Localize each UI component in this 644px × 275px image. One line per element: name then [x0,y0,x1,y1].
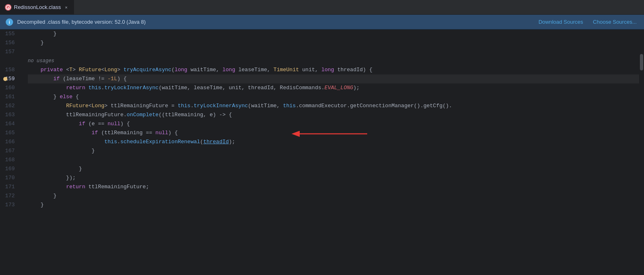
line-169: 169 [0,165,18,174]
tab-file-icon: J [5,4,11,11]
line-164: 164 [0,119,18,128]
code-line-160: return this.tryLockInnerAsync(waitTime, … [28,83,639,92]
tab-redissonlock[interactable]: J RedissonLock.class × [0,0,74,14]
breakpoint-indicator [3,77,7,81]
line-173: 173 [0,201,18,210]
download-sources-btn[interactable]: Download Sources [537,18,585,26]
no-usages-label: no usages [28,56,639,65]
code-line-157 [28,47,639,56]
line-159: 159 [0,74,18,83]
line-157: 157 [0,47,18,56]
line-163: 163 [0,110,18,119]
tab-title: RedissonLock.class [14,4,61,10]
code-line-173: } [28,201,639,210]
tab-close-btn[interactable]: × [63,5,69,10]
info-actions: Download Sources Choose Sources... [537,18,638,26]
code-line-171: return ttlRemainingFuture; [28,183,639,192]
code-line-156: } [28,38,639,47]
info-icon: i [6,18,13,26]
scrollbar-thumb[interactable] [640,54,643,70]
line-156: 156 [0,38,18,47]
code-line-167: } [28,147,639,156]
code-line-155: } [28,29,639,38]
code-line-158: private <T> RFuture<Long> tryAcquireAsyn… [28,65,639,74]
scrollbar-track[interactable] [639,29,644,275]
code-line-165: if (ttlRemaining == null) { [28,128,639,138]
code-editor[interactable]: } } no usages private <T> RFuture<Long> … [25,29,639,275]
code-line-170: }); [28,174,639,183]
line-167: 167 [0,147,18,156]
line-172: 172 [0,192,18,201]
info-bar: i Decompiled .class file, bytecode versi… [0,15,644,29]
line-171: 171 [0,183,18,192]
code-line-162: RFuture<Long> ttlRemainingFuture = this.… [28,101,639,110]
editor-container: 155 156 157 158 159 160 161 162 163 164 … [0,29,644,275]
line-161: 161 [0,92,18,101]
code-line-163: ttlRemainingFuture.onComplete((ttlRemain… [28,110,639,119]
code-line-172: } [28,192,639,201]
code-line-164: if (e == null) { [28,119,639,128]
line-number-gutter: 155 156 157 158 159 160 161 162 163 164 … [0,29,25,275]
code-line-166: this.scheduleExpirationRenewal(threadId)… [28,138,639,147]
line-155: 155 [0,29,18,38]
info-message: Decompiled .class file, bytecode version… [17,19,537,25]
line-nousages [0,56,18,65]
code-line-168 [28,156,639,165]
line-166: 166 [0,138,18,147]
line-158: 158 [0,65,18,74]
code-line-169: } [28,165,639,174]
line-170: 170 [0,174,18,183]
code-line-159: if (leaseTime != -1L) { [28,74,639,83]
line-160: 160 [0,83,18,92]
svg-text:J: J [7,6,9,9]
choose-sources-btn[interactable]: Choose Sources... [591,18,638,26]
code-line-161: } else { [28,92,639,101]
line-168: 168 [0,156,18,165]
tab-bar: J RedissonLock.class × [0,0,644,15]
line-165: 165 [0,128,18,138]
line-162: 162 [0,101,18,110]
